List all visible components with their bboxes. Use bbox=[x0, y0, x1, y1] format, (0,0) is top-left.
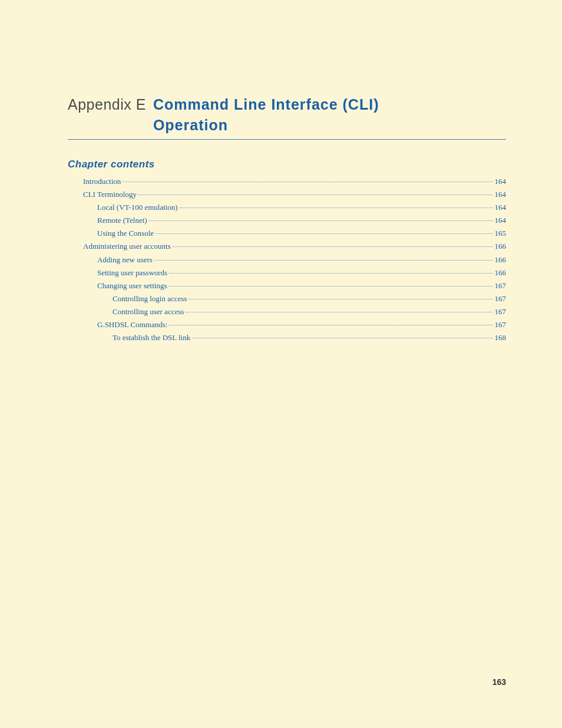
page-number: 163 bbox=[492, 677, 506, 687]
toc-entry-page: 167 bbox=[495, 318, 507, 331]
toc-entry[interactable]: Changing user settings167 bbox=[68, 279, 506, 292]
toc-leader-dots bbox=[168, 285, 492, 286]
document-page: Appendix E Command Line Interface (CLI) … bbox=[0, 0, 562, 728]
table-of-contents: Introduction164CLI Terminology164Local (… bbox=[68, 175, 506, 344]
title-row: Appendix E Command Line Interface (CLI) … bbox=[68, 94, 506, 136]
appendix-title: Command Line Interface (CLI) Operation bbox=[153, 94, 379, 136]
toc-entry-page: 167 bbox=[495, 292, 507, 305]
toc-leader-dots bbox=[138, 194, 493, 195]
toc-leader-dots bbox=[186, 311, 492, 312]
toc-entry[interactable]: Controlling user access167 bbox=[68, 305, 506, 318]
toc-entry-title: Local (VT-100 emulation) bbox=[97, 201, 178, 214]
toc-entry-title: Adding new users bbox=[97, 253, 153, 266]
toc-leader-dots bbox=[149, 220, 493, 221]
toc-entry-title: Controlling login access bbox=[113, 292, 187, 305]
toc-entry[interactable]: Controlling login access167 bbox=[68, 292, 506, 305]
toc-entry-title: G.SHDSL Commands: bbox=[97, 318, 167, 331]
toc-entry[interactable]: Remote (Telnet)164 bbox=[68, 214, 506, 227]
toc-entry-page: 167 bbox=[495, 305, 507, 318]
toc-entry[interactable]: Using the Console165 bbox=[68, 227, 506, 240]
chapter-contents-heading: Chapter contents bbox=[68, 159, 506, 170]
toc-entry[interactable]: Setting user passwords166 bbox=[68, 266, 506, 279]
toc-leader-dots bbox=[173, 246, 493, 247]
toc-leader-dots bbox=[189, 298, 492, 299]
toc-leader-dots bbox=[169, 324, 492, 325]
toc-entry-page: 168 bbox=[495, 331, 507, 344]
toc-leader-dots bbox=[169, 272, 492, 274]
toc-entry-title: CLI Terminology bbox=[83, 188, 137, 201]
toc-entry-page: 164 bbox=[495, 201, 507, 214]
toc-entry-title: Using the Console bbox=[97, 227, 154, 240]
toc-leader-dots bbox=[192, 337, 492, 338]
toc-entry-page: 164 bbox=[495, 175, 507, 188]
toc-entry-title: To establish the DSL link bbox=[113, 331, 190, 344]
title-block: Appendix E Command Line Interface (CLI) … bbox=[68, 94, 506, 140]
toc-entry-title: Introduction bbox=[83, 175, 121, 188]
appendix-label: Appendix E bbox=[68, 94, 146, 115]
toc-entry-page: 166 bbox=[495, 240, 507, 253]
toc-entry[interactable]: Administering user accounts166 bbox=[68, 240, 506, 253]
toc-entry-page: 166 bbox=[495, 266, 507, 279]
toc-entry-title: Remote (Telnet) bbox=[97, 214, 147, 227]
toc-entry[interactable]: CLI Terminology164 bbox=[68, 188, 506, 201]
toc-leader-dots bbox=[123, 181, 492, 182]
toc-leader-dots bbox=[180, 207, 493, 208]
toc-entry-page: 164 bbox=[495, 214, 507, 227]
toc-entry-title: Controlling user access bbox=[113, 305, 184, 318]
toc-entry-title: Changing user settings bbox=[97, 279, 167, 292]
toc-entry-page: 166 bbox=[495, 253, 507, 266]
toc-entry-page: 167 bbox=[495, 279, 507, 292]
toc-leader-dots bbox=[156, 233, 492, 234]
toc-entry[interactable]: Introduction164 bbox=[68, 175, 506, 188]
toc-entry-page: 164 bbox=[495, 188, 507, 201]
toc-entry-title: Setting user passwords bbox=[97, 266, 167, 279]
toc-entry-title: Administering user accounts bbox=[83, 240, 171, 253]
toc-entry[interactable]: G.SHDSL Commands:167 bbox=[68, 318, 506, 331]
appendix-title-line2: Operation bbox=[153, 117, 228, 133]
toc-entry[interactable]: Adding new users166 bbox=[68, 253, 506, 266]
toc-entry-page: 165 bbox=[495, 227, 507, 240]
toc-leader-dots bbox=[154, 259, 493, 261]
appendix-title-line1: Command Line Interface (CLI) bbox=[153, 96, 379, 113]
toc-entry[interactable]: Local (VT-100 emulation)164 bbox=[68, 201, 506, 214]
toc-entry[interactable]: To establish the DSL link168 bbox=[68, 331, 506, 344]
